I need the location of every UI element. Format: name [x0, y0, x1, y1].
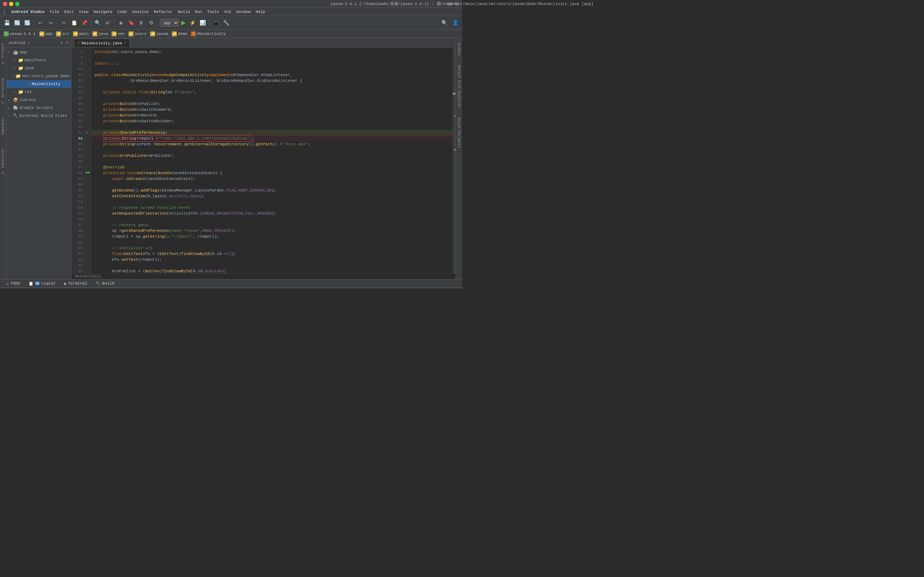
app-config-selector[interactable]: app [160, 19, 179, 27]
code-line-63: efu.setText(rtmpUrl); [91, 257, 452, 263]
toolbar-btn-2[interactable]: 🔄 [12, 18, 22, 27]
close-button[interactable] [3, 2, 7, 6]
bottom-tab-terminal[interactable]: ▶ Terminal [61, 279, 90, 287]
editor-tab-mainactivity[interactable]: C MainActivity.java × [74, 39, 130, 47]
tab-close-button[interactable]: × [124, 41, 126, 45]
menu-view[interactable]: View [76, 9, 90, 15]
toolbar-structure[interactable]: ◈ [116, 18, 126, 27]
toolbar-find[interactable]: 🔍 [93, 18, 102, 27]
code-span: TAG = [165, 89, 177, 95]
code-line-50 [91, 182, 452, 187]
breadcrumb-demo[interactable]: 📁demo [172, 31, 187, 36]
breadcrumb-net[interactable]: 📁net [111, 31, 125, 36]
ln-42: 42 [71, 135, 82, 141]
menu-help[interactable]: Help [254, 9, 267, 15]
code-line-41: private SharedPreferences sp; [91, 130, 452, 135]
ln-48: 48 [71, 170, 82, 176]
toolbar-btn-1[interactable]: 💾 [2, 18, 11, 27]
breadcrumb-app[interactable]: 📁app [39, 31, 53, 36]
code-span: public class [95, 72, 123, 78]
gear-icon[interactable]: ⚙ [60, 40, 63, 45]
code-span: onCreate [126, 176, 145, 182]
toolbar-separator-5 [158, 19, 158, 26]
right-tab-build-variants[interactable]: Build Variants [456, 115, 462, 151]
menu-vcs[interactable]: VCS [222, 9, 234, 15]
toolbar-copy[interactable]: 📋 [69, 18, 79, 27]
code-line-57: // restore data. [91, 222, 452, 228]
toolbar-breakpoint[interactable]: ⏸ [136, 18, 146, 27]
toolbar-cut[interactable]: ✂ [59, 18, 69, 27]
editor-right-scrollbar[interactable] [452, 48, 456, 273]
breadcrumb-main[interactable]: 📁main [73, 31, 89, 36]
code-line-56 [91, 216, 452, 222]
toolbar-replace[interactable]: ⇄ [103, 18, 112, 27]
menu-window[interactable]: Window [234, 9, 253, 15]
android-selector-arrow[interactable]: ▾ [27, 41, 30, 45]
tree-item-external-build[interactable]: ▸ 🔨 External Build Files [6, 112, 71, 120]
tree-item-app[interactable]: ▾ 🤖 app [6, 48, 71, 56]
bottom-file-indicator: MainActivity [71, 273, 456, 279]
side-tab-captures[interactable]: Captures [0, 115, 6, 138]
menu-code[interactable]: Code [115, 9, 129, 15]
right-tab-device-explorer[interactable]: Device File Explorer [456, 62, 462, 111]
menu-navigate[interactable]: Navigate [91, 9, 115, 15]
search-everywhere-button[interactable]: 🔍 [439, 18, 449, 27]
right-tab-gradle[interactable]: Gradle [456, 40, 462, 58]
sdk-button[interactable]: 🔧 [221, 18, 231, 27]
tree-item-pkg[interactable]: ▾ 📁 net.ossrs.yasea.demo [6, 72, 71, 80]
code-content[interactable]: package net.ossrs.yasea.demo; import ...… [91, 48, 452, 273]
code-span: (). [249, 141, 256, 147]
tree-label-external-build: External Build Files [19, 114, 67, 118]
tree-item-java[interactable]: ▾ 📁 java [6, 64, 71, 72]
breadcrumb-src[interactable]: 📁src [56, 31, 69, 36]
menu-file[interactable]: File [48, 9, 61, 15]
bc-folder-icon-4: 📁 [92, 31, 97, 36]
breadcrumb-yasea[interactable]: yasea-2.6.1 [10, 32, 36, 36]
menu-run[interactable]: Run [193, 9, 204, 15]
menu-android-studio[interactable]: Android Studio [9, 9, 47, 15]
tree-item-library[interactable]: ▸ 📦 library [6, 96, 71, 104]
side-tab-structure[interactable]: 2: Structure [0, 75, 6, 107]
tab-java-icon: C [78, 41, 80, 45]
menu-refactor[interactable]: Refactor [152, 9, 175, 15]
toolbar-settings[interactable]: ⚙ [147, 18, 156, 27]
bottom-tab-todo[interactable]: ☑ TODO [3, 279, 23, 287]
toolbar-btn-sync[interactable]: 🔃 [23, 18, 32, 27]
toolbar-redo[interactable]: ↪ [46, 18, 55, 27]
tree-item-gradle[interactable]: ▸ 🐘 Gradle Scripts [6, 104, 71, 112]
right-panel-tabs: Gradle Device File Explorer Build Varian… [456, 38, 462, 279]
toolbar-undo[interactable]: ↩ [36, 18, 45, 27]
tree-item-manifests[interactable]: ▸ 📁 manifests [6, 56, 71, 64]
ln-2: 2 [71, 55, 82, 61]
tree-item-res[interactable]: ▸ 📁 res [6, 88, 71, 96]
apple-menu[interactable]:  [3, 9, 5, 15]
breadcrumb-mainactivity[interactable]: CMainActivity [191, 31, 226, 36]
maximize-button[interactable] [15, 2, 19, 6]
toolbar-bookmark[interactable]: 🔖 [126, 18, 136, 27]
side-tab-favorites[interactable]: 2: Favorites [0, 146, 6, 177]
menu-analyze[interactable]: Analyze [130, 9, 151, 15]
breadcrumb-java[interactable]: 📁java [92, 31, 108, 36]
code-span: sp = [112, 228, 121, 234]
sync-icon[interactable]: ⟳ [66, 40, 69, 45]
breadcrumb-yasea-pkg[interactable]: 📁yasea [150, 31, 168, 36]
menu-edit[interactable]: Edit [62, 9, 76, 15]
debug-button[interactable]: ⚡ [188, 18, 197, 27]
tree-item-mainactivity[interactable]: C MainActivity [6, 80, 71, 88]
code-line-1: package net.ossrs.yasea.demo; [91, 49, 452, 55]
side-tab-project[interactable]: 1: Project [0, 40, 6, 67]
settings-button[interactable]: 👤 [451, 18, 460, 27]
bottom-tab-logcat[interactable]: 📋 6 Logcat [25, 279, 59, 287]
breadcrumb-ossrs[interactable]: 📁ossrs [129, 31, 147, 36]
bottom-tab-build[interactable]: 🔨 Build [92, 279, 118, 287]
menu-tools[interactable]: Tools [205, 9, 221, 15]
ln-39: 39 [71, 118, 82, 124]
toolbar-paste[interactable]: 📌 [79, 18, 89, 27]
run-button[interactable]: ▶ [180, 18, 187, 27]
run-gutter-icon2[interactable]: ▶ [88, 170, 90, 174]
code-span: AppCompatActivity [168, 72, 209, 78]
minimize-button[interactable] [9, 2, 13, 6]
avd-button[interactable]: 📱 [211, 18, 221, 27]
menu-build[interactable]: Build [176, 9, 192, 15]
profile-button[interactable]: 📊 [198, 18, 207, 27]
